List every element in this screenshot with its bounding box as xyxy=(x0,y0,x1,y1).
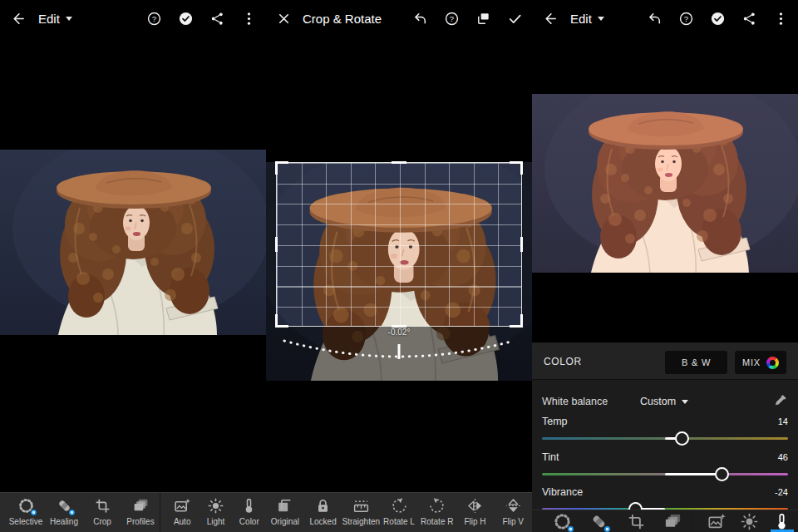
edit-mode-menu[interactable]: Edit xyxy=(38,12,72,26)
svg-text:?: ? xyxy=(683,14,687,23)
lightroom-composite: Edit ? SelectiveHealingCropProfilesAutoL… xyxy=(0,0,798,532)
page-title: Crop & Rotate xyxy=(303,12,382,26)
tool-label: Straighten xyxy=(342,517,381,526)
share-icon[interactable] xyxy=(201,0,233,37)
temp-slider[interactable] xyxy=(542,433,788,445)
svg-text:?: ? xyxy=(449,14,453,23)
color-panel-title: COLOR xyxy=(544,356,582,367)
crop-icon xyxy=(94,497,111,515)
share-icon[interactable] xyxy=(733,0,765,37)
confirm-icon[interactable] xyxy=(499,0,530,37)
tool-auto[interactable]: Auto xyxy=(165,493,199,532)
tool-label: Locked xyxy=(309,517,336,526)
crop-handle-bottom-right[interactable] xyxy=(510,314,523,328)
photo-canvas[interactable] xyxy=(532,94,798,273)
mix-button[interactable]: MIX xyxy=(735,351,786,374)
tool-color[interactable] xyxy=(766,510,798,532)
tint-slider-handle[interactable] xyxy=(715,467,729,481)
screen-edit-color: Edit ? COLOR B & W MIX White balance Cus… xyxy=(532,0,798,532)
tool-healing[interactable] xyxy=(581,510,618,532)
crop-handle-top[interactable] xyxy=(392,161,406,164)
crop-toolbar: OriginalLockedStraightenRotate LRotate R… xyxy=(266,492,532,532)
more-icon[interactable] xyxy=(233,0,264,37)
healing-icon xyxy=(56,497,73,515)
tool-auto[interactable] xyxy=(701,510,733,532)
tool-label: Color xyxy=(239,517,259,526)
back-icon[interactable] xyxy=(2,0,33,37)
tool-aspect-original[interactable]: Original xyxy=(266,493,304,532)
screen-crop-rotate: Crop & Rotate ? -0.02° xyxy=(266,0,532,532)
crop-frame[interactable] xyxy=(276,162,522,327)
tool-crop[interactable] xyxy=(618,510,655,532)
topbar-actions: ? xyxy=(404,0,530,37)
tool-flip-vertical[interactable]: Flip V xyxy=(494,493,532,532)
help-icon[interactable]: ? xyxy=(436,0,467,37)
tool-label: Selective xyxy=(9,517,43,526)
topbar-actions: ? xyxy=(638,0,796,37)
tool-rotate-left[interactable]: Rotate L xyxy=(380,493,418,532)
edit-mode-menu[interactable]: Edit xyxy=(570,12,604,26)
white-balance-label: White balance xyxy=(542,396,608,407)
compare-icon[interactable] xyxy=(467,0,499,37)
tool-profiles[interactable] xyxy=(655,510,692,532)
tool-label: Flip V xyxy=(502,517,524,526)
tint-slider[interactable] xyxy=(542,469,788,480)
topbar: Edit ? xyxy=(0,0,266,37)
tool-selective[interactable] xyxy=(544,510,581,532)
crop-handle-top-left[interactable] xyxy=(275,161,288,175)
help-icon[interactable]: ? xyxy=(138,0,170,37)
tool-light[interactable] xyxy=(733,510,766,532)
edit-mode-label: Edit xyxy=(570,12,592,26)
done-icon[interactable] xyxy=(702,0,733,37)
edit-toolbar xyxy=(532,510,798,532)
more-icon[interactable] xyxy=(765,0,796,37)
auto-icon xyxy=(174,497,191,515)
eyedropper-icon[interactable] xyxy=(773,393,790,410)
photo-canvas[interactable] xyxy=(0,150,266,335)
topbar: Edit ? xyxy=(532,0,798,37)
flip-v-icon xyxy=(505,497,522,515)
tool-label: Rotate L xyxy=(383,517,415,526)
done-icon[interactable] xyxy=(170,0,201,37)
tool-straighten[interactable]: Straighten xyxy=(342,493,380,532)
tint-label: Tint xyxy=(542,451,559,463)
crop-grid xyxy=(277,163,521,326)
rotation-dial-arc xyxy=(266,336,532,372)
notification-dot xyxy=(567,525,574,532)
undo-icon[interactable] xyxy=(638,0,670,37)
light-icon xyxy=(740,512,759,531)
tint-slider-fill xyxy=(665,473,722,475)
profiles-icon xyxy=(663,512,682,531)
crop-handle-top-right[interactable] xyxy=(510,161,523,175)
bw-button[interactable]: B & W xyxy=(665,351,727,374)
tool-flip-horizontal[interactable]: Flip H xyxy=(456,493,495,532)
color-panel: COLOR B & W MIX White balance Custom Tem… xyxy=(532,342,798,510)
original-icon xyxy=(276,497,293,515)
close-icon[interactable] xyxy=(268,0,299,37)
undo-icon[interactable] xyxy=(404,0,436,37)
tool-profiles[interactable]: Profiles xyxy=(121,493,160,532)
tool-color[interactable]: Color xyxy=(233,493,266,532)
temp-slider-row: Temp 14 xyxy=(542,416,788,441)
rotation-dial[interactable]: -0.02° xyxy=(266,328,532,372)
crop-handle-left[interactable] xyxy=(275,237,278,252)
edit-toolbar: SelectiveHealingCropProfilesAutoLightCol… xyxy=(0,492,266,532)
back-icon[interactable] xyxy=(534,0,565,37)
tool-selective[interactable]: Selective xyxy=(7,493,45,532)
crop-handle-bottom-left[interactable] xyxy=(275,314,288,328)
tool-label: Crop xyxy=(93,517,111,526)
vibrance-value: -24 xyxy=(775,487,788,497)
crop-preview xyxy=(277,163,521,326)
profiles-icon xyxy=(132,497,150,515)
toolbar-group xyxy=(692,510,798,532)
tool-rotate-right[interactable]: Rotate R xyxy=(418,493,456,532)
tool-aspect-locked[interactable]: Locked xyxy=(304,493,342,532)
vibrance-label: Vibrance xyxy=(542,486,583,498)
help-icon[interactable]: ? xyxy=(670,0,702,37)
tool-light[interactable]: Light xyxy=(199,493,232,532)
tool-healing[interactable]: Healing xyxy=(45,493,83,532)
temp-slider-handle[interactable] xyxy=(675,431,689,446)
tool-crop[interactable]: Crop xyxy=(83,493,121,532)
white-balance-dropdown[interactable]: Custom xyxy=(640,396,688,407)
crop-handle-right[interactable] xyxy=(520,237,523,252)
